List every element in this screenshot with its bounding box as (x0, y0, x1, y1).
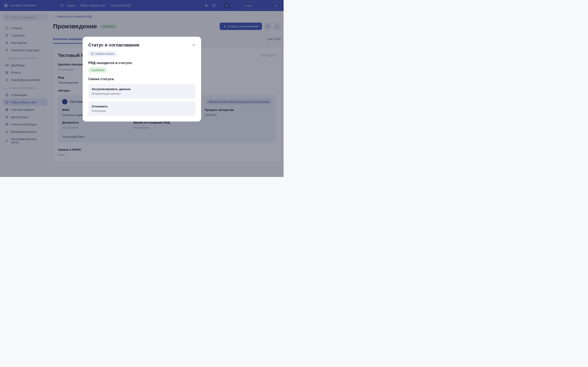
change-status-chip[interactable]: Смена статуса (88, 51, 117, 57)
status-label: РИД находится в статусе: (88, 61, 195, 65)
option-title: Отклонить (92, 105, 192, 108)
modal-overlay[interactable]: Статус и согласование Смена статуса РИД … (0, 0, 284, 177)
option-sub: Отклонено (92, 109, 192, 113)
option-sub: Актуализация данных (92, 92, 192, 95)
option-title: Актуализировать данные (92, 87, 192, 91)
modal-title: Статус и согласование (88, 42, 140, 48)
status-value: Одобрено (88, 67, 107, 73)
close-button[interactable] (192, 43, 195, 47)
close-icon (192, 43, 195, 47)
option-update[interactable]: Актуализировать данные Актуализация данн… (88, 84, 195, 99)
status-modal: Статус и согласование Смена статуса РИД … (83, 37, 201, 122)
change-label: Смена статуса: (88, 77, 195, 81)
option-reject[interactable]: Отклонить Отклонено (88, 101, 195, 116)
refresh-icon (91, 52, 94, 55)
